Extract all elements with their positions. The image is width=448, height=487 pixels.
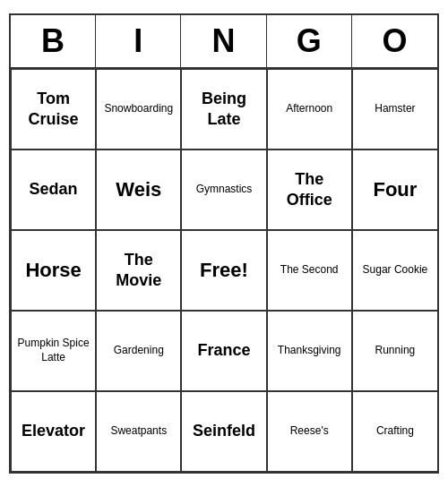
bingo-cell[interactable]: Reese's — [267, 391, 352, 472]
bingo-card: BINGO Tom CruiseSnowboardingBeing LateAf… — [9, 13, 439, 474]
bingo-cell[interactable]: The Movie — [96, 230, 181, 311]
cell-text: France — [197, 340, 250, 361]
cell-text: Being Late — [187, 89, 260, 131]
cell-text: Tom Cruise — [17, 89, 90, 131]
bingo-cell[interactable]: Thanksgiving — [267, 311, 352, 391]
bingo-cell[interactable]: Gymnastics — [181, 150, 266, 230]
bingo-cell[interactable]: Elevator — [11, 391, 96, 472]
cell-text: Crafting — [376, 424, 414, 439]
bingo-cell[interactable]: Hamster — [352, 69, 437, 150]
cell-text: Gymnastics — [196, 183, 253, 197]
cell-text: Seinfeld — [193, 421, 255, 441]
cell-text: Thanksgiving — [278, 344, 341, 358]
bingo-cell[interactable]: Crafting — [352, 391, 437, 472]
cell-text: Afternoon — [286, 102, 332, 116]
cell-text: Sedan — [30, 179, 78, 200]
bingo-cell[interactable]: Afternoon — [267, 69, 352, 150]
bingo-cell[interactable]: Snowboarding — [96, 69, 181, 150]
bingo-cell[interactable]: The Office — [267, 150, 352, 230]
bingo-cell[interactable]: Weis — [96, 150, 181, 230]
bingo-header: BINGO — [11, 15, 437, 69]
header-letter: B — [11, 15, 96, 67]
cell-text: Weis — [116, 177, 161, 203]
cell-text: Reese's — [290, 424, 329, 439]
bingo-cell[interactable]: France — [181, 311, 266, 391]
cell-text: Horse — [25, 258, 81, 284]
bingo-cell[interactable]: Sugar Cookie — [352, 230, 437, 311]
cell-text: Snowboarding — [104, 102, 173, 116]
cell-text: Sugar Cookie — [363, 263, 428, 278]
bingo-cell[interactable]: Seinfeld — [181, 391, 266, 472]
bingo-cell[interactable]: Horse — [11, 230, 96, 311]
cell-text: The Movie — [102, 250, 175, 292]
cell-text: The Second — [280, 263, 339, 278]
bingo-cell[interactable]: Four — [352, 150, 437, 230]
cell-text: Elevator — [22, 421, 85, 441]
cell-text: Running — [375, 344, 416, 358]
bingo-grid: Tom CruiseSnowboardingBeing LateAfternoo… — [11, 69, 437, 472]
cell-text: Free! — [200, 258, 248, 284]
cell-text: The Office — [273, 169, 346, 211]
bingo-cell[interactable]: Running — [352, 311, 437, 391]
bingo-cell[interactable]: Gardening — [96, 311, 181, 391]
bingo-cell[interactable]: Being Late — [181, 69, 266, 150]
header-letter: G — [267, 15, 352, 67]
bingo-cell[interactable]: Sedan — [11, 150, 96, 230]
bingo-cell[interactable]: Pumpkin Spice Latte — [11, 311, 96, 391]
bingo-cell[interactable]: Sweatpants — [96, 391, 181, 472]
cell-text: Four — [373, 177, 417, 203]
cell-text: Pumpkin Spice Latte — [17, 337, 90, 364]
cell-text: Gardening — [114, 344, 164, 358]
bingo-cell[interactable]: The Second — [267, 230, 352, 311]
header-letter: O — [352, 15, 437, 67]
header-letter: I — [96, 15, 181, 67]
cell-text: Sweatpants — [110, 424, 167, 439]
bingo-cell[interactable]: Tom Cruise — [11, 69, 96, 150]
bingo-cell[interactable]: Free! — [181, 230, 266, 311]
header-letter: N — [181, 15, 266, 67]
cell-text: Hamster — [375, 102, 415, 116]
